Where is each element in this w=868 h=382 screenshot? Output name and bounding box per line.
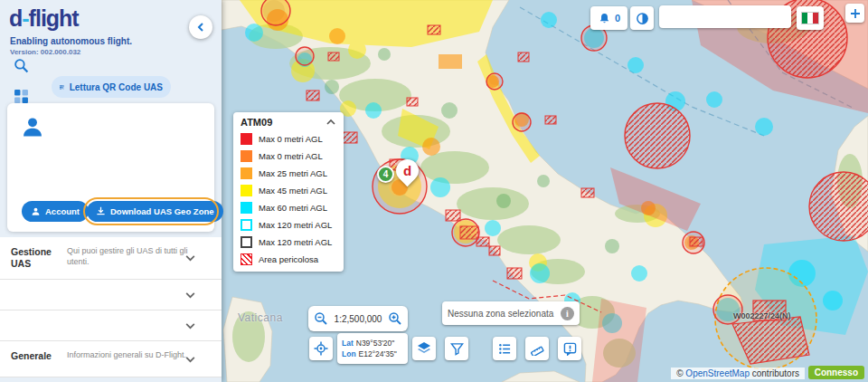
list-icon (498, 342, 512, 356)
section-generale[interactable]: Generale Informazioni generali su D-Flig… (0, 341, 222, 377)
legend-item: Max 120 metri AGL (233, 234, 344, 251)
apps-grid-icon[interactable] (12, 87, 30, 105)
zoom-scale-control: 1:2,500,000 (308, 306, 408, 331)
sidebar: d-flight Enabling autonomous flight. Ver… (0, 0, 222, 382)
exclamation-icon (563, 342, 577, 356)
contrast-button[interactable] (630, 6, 654, 30)
avatar[interactable] (20, 114, 45, 139)
legend-label: Max 0 metri AGL (259, 134, 323, 144)
section-collapsed[interactable] (0, 310, 222, 341)
chevron-down-icon (184, 289, 196, 301)
attribution-prefix: © (676, 368, 683, 378)
person-icon (31, 206, 41, 216)
sidebar-sections: Gestione UAS Qui puoi gestire gli UAS di… (0, 237, 222, 377)
geolocate-button[interactable] (309, 337, 333, 360)
download-icon (96, 206, 106, 216)
dflight-logo: d-flight (9, 5, 79, 32)
map-search-input[interactable] (659, 5, 791, 28)
report-button[interactable] (558, 337, 581, 360)
legend-swatch (241, 219, 252, 231)
legend-label: Max 0 metri AGL (259, 151, 323, 161)
download-geozone-button[interactable]: Download UAS Geo Zone (87, 201, 223, 222)
map-scale-value: 1:2,500,000 (335, 314, 382, 324)
user-panel: Account Download UAS Geo Zone (7, 103, 214, 232)
layers-button[interactable] (412, 337, 436, 360)
qr-reader-label: Lettura QR Code UAS (70, 82, 163, 92)
tagline: Enabling autonomous flight. (10, 36, 132, 46)
chevron-down-icon (184, 253, 196, 264)
logo-part: flight (29, 5, 79, 31)
notifications-button[interactable]: 0 (590, 6, 627, 30)
section-title: Gestione UAS (11, 246, 67, 270)
legend-label: Max 120 metri AGL (259, 237, 332, 247)
legend-swatch (241, 236, 252, 248)
info-icon[interactable]: i (561, 307, 574, 320)
legend-swatch (241, 202, 252, 214)
person-icon (20, 114, 45, 139)
qr-reader-button[interactable]: Lettura QR Code UAS (52, 76, 171, 98)
section-gestione-uas[interactable]: Gestione UAS Qui puoi gestire gli UAS di… (0, 237, 222, 280)
legend-item: Max 60 metri AGL (233, 199, 344, 216)
bell-icon (598, 12, 611, 25)
d-flight-app: 4 d Vaticana W002227/24(N) ATM09 Max 0 m… (0, 0, 868, 382)
cluster-count: 4 (383, 169, 389, 179)
funnel-icon (450, 342, 464, 356)
language-flag-button[interactable] (797, 6, 824, 30)
legend-label: Max 45 metri AGL (259, 186, 327, 196)
legend-swatch (241, 150, 252, 162)
chevron-down-icon (184, 353, 196, 365)
crosshair-icon (314, 341, 328, 356)
attribution-suffix: contributors (752, 368, 799, 378)
legend-item: Area pericolosa (233, 251, 344, 268)
map-attribution: © OpenStreetMap contributors (671, 368, 805, 379)
legend-swatch (241, 253, 252, 265)
legend-label: Max 25 metri AGL (259, 168, 327, 178)
zone-list-button[interactable] (493, 337, 516, 360)
italian-flag-icon (801, 12, 819, 24)
legend-label: Max 120 metri AGL (259, 220, 332, 230)
dflight-map-pin[interactable]: d (392, 155, 423, 186)
zoom-in-icon[interactable] (388, 311, 402, 326)
account-button[interactable]: Account (22, 201, 89, 222)
version-label: Version: 002.000.032 (10, 48, 80, 56)
download-button-label: Download UAS Geo Zone (110, 206, 214, 216)
dflight-pin-logo: d (396, 159, 419, 182)
legend-swatch (241, 167, 252, 179)
legend-title: ATM09 (241, 117, 272, 128)
section-collapsed[interactable] (0, 280, 222, 310)
qr-code-icon (60, 81, 64, 94)
chevron-up-icon[interactable] (326, 117, 336, 128)
legend-item: Max 0 metri AGL (233, 130, 344, 148)
selected-zone-box: Nessuna zona selezionata i (442, 301, 580, 325)
account-button-label: Account (45, 206, 80, 216)
legend-label: Area pericolosa (259, 254, 318, 264)
osm-link[interactable]: OpenStreetMap (685, 368, 750, 378)
lon-label: Lon (342, 349, 356, 358)
legend-swatch (241, 185, 252, 196)
notification-count: 0 (615, 13, 620, 24)
measure-button[interactable] (525, 337, 549, 360)
legend-item: Max 25 metri AGL (233, 165, 344, 182)
marker-cluster[interactable]: 4 (377, 166, 394, 183)
logo-part: - (22, 5, 28, 31)
legend-label: Max 60 metri AGL (259, 203, 327, 213)
search-icon[interactable] (12, 56, 30, 74)
chevron-left-icon (195, 22, 206, 33)
filter-button[interactable] (445, 337, 468, 360)
sidebar-collapse-button[interactable] (189, 15, 212, 39)
map-canvas[interactable]: 4 d Vaticana W002227/24(N) ATM09 Max 0 m… (222, 0, 868, 382)
map-place-label: Vaticana (238, 311, 283, 324)
map-plus-button[interactable] (845, 4, 864, 23)
legend-item: Max 120 metri AGL (233, 216, 344, 234)
layers-icon (417, 341, 431, 356)
section-title: Generale (11, 350, 67, 362)
lat-value: N39°53'20" (356, 339, 395, 348)
logo-part: d (9, 5, 22, 31)
legend-item: Max 45 metri AGL (233, 182, 344, 199)
legend-panel: ATM09 Max 0 metri AGL Max 0 metri AGL Ma… (233, 112, 344, 272)
ruler-icon (530, 341, 544, 356)
notam-zone-label: W002227/24(N) (733, 311, 791, 320)
zoom-out-icon[interactable] (314, 311, 328, 326)
lat-label: Lat (342, 339, 354, 348)
legend-item: Max 0 metri AGL (233, 148, 344, 165)
